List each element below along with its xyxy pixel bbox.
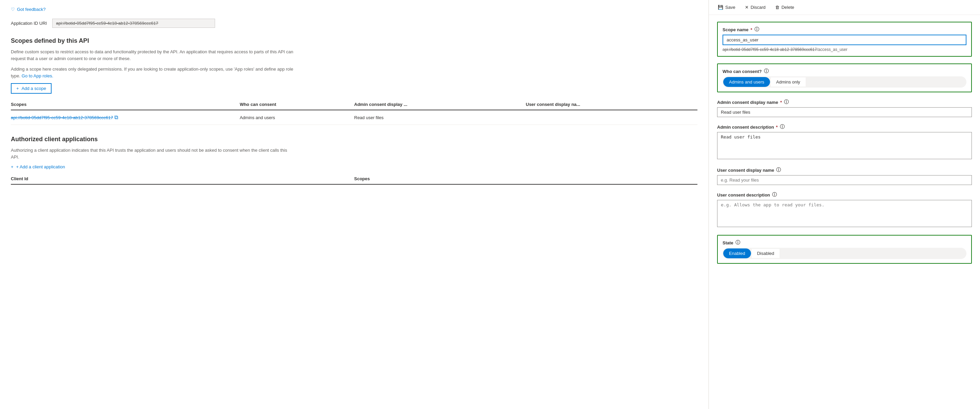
scope-value: api://botid-05dd7f95-cc59-4c18-ab12-3785… bbox=[11, 115, 113, 120]
discard-button[interactable]: ✕ Discard bbox=[743, 3, 768, 11]
admin-desc-info-icon[interactable]: ⓘ bbox=[780, 124, 784, 130]
scope-cell: api://botid-05dd7f95-cc59-4c18-ab12-3785… bbox=[11, 114, 240, 120]
client-table-header: Client Id Scopes bbox=[11, 176, 697, 185]
scopes-desc2: Adding a scope here creates only delegat… bbox=[11, 66, 296, 79]
add-scope-button[interactable]: + Add a scope bbox=[11, 83, 52, 94]
state-label: State ⓘ bbox=[722, 240, 966, 246]
col-who-consent: Who can consent bbox=[240, 102, 354, 107]
delete-icon: 🗑 bbox=[775, 5, 780, 10]
authorized-section: Authorized client applications Authorizi… bbox=[11, 136, 697, 185]
scopes-section-title: Scopes defined by this API bbox=[11, 37, 697, 45]
table-row: api://botid-05dd7f95-cc59-4c18-ab12-3785… bbox=[11, 110, 697, 125]
scopes-desc1: Define custom scopes to restrict access … bbox=[11, 48, 296, 62]
state-toggle: Enabled Disabled bbox=[722, 248, 966, 259]
admin-consent-display-group: Admin consent display name * ⓘ bbox=[717, 99, 972, 117]
app-id-value: api://botid-05dd7f95-cc59-4c18-ab12-3785… bbox=[52, 19, 215, 28]
app-id-text: api://botid-05dd7f95-cc59-4c18-ab12-3785… bbox=[56, 21, 158, 26]
user-consent-desc-group: User consent description ⓘ bbox=[717, 192, 972, 228]
right-toolbar: 💾 Save ✕ Discard 🗑 Delete bbox=[709, 0, 980, 15]
user-display-info-icon[interactable]: ⓘ bbox=[776, 167, 781, 173]
feedback-label: Got feedback? bbox=[17, 7, 46, 12]
scope-link[interactable]: api://botid-05dd7f95-cc59-4c18-ab12-3785… bbox=[11, 115, 113, 120]
user-desc-info-icon[interactable]: ⓘ bbox=[772, 192, 777, 198]
col-admin-display: Admin consent display ... bbox=[354, 102, 526, 107]
admin-consent-desc-textarea[interactable]: Read user files bbox=[717, 132, 972, 159]
auth-section-title: Authorized client applications bbox=[11, 136, 697, 143]
scope-name-info-icon[interactable]: ⓘ bbox=[754, 27, 759, 33]
who-consent-cell: Admins and users bbox=[240, 115, 354, 120]
save-icon: 💾 bbox=[718, 5, 723, 10]
app-roles-link[interactable]: Go to App roles. bbox=[22, 73, 53, 78]
scopes-table-header: Scopes Who can consent Admin consent dis… bbox=[11, 102, 697, 110]
who-can-consent-group: Who can consent? ⓘ Admins and users Admi… bbox=[717, 64, 972, 92]
admin-display-info-icon[interactable]: ⓘ bbox=[784, 99, 789, 105]
col-client-scopes: Scopes bbox=[354, 176, 697, 181]
user-consent-desc-label: User consent description ⓘ bbox=[717, 192, 972, 198]
add-client-button[interactable]: + + Add a client application bbox=[11, 164, 697, 169]
feedback-link[interactable]: ♡ Got feedback? bbox=[11, 7, 697, 12]
add-client-label: + Add a client application bbox=[16, 164, 65, 169]
save-button[interactable]: 💾 Save bbox=[716, 3, 737, 11]
user-consent-display-input[interactable] bbox=[717, 175, 972, 185]
auth-desc: Authorizing a client application indicat… bbox=[11, 147, 296, 160]
copy-icon[interactable]: ⧉ bbox=[114, 114, 118, 120]
discard-icon: ✕ bbox=[745, 5, 749, 10]
left-panel: ♡ Got feedback? Application ID URI api:/… bbox=[0, 0, 709, 409]
delete-label: Delete bbox=[781, 5, 794, 10]
admin-consent-display-label: Admin consent display name * ⓘ bbox=[717, 99, 972, 105]
required-star-1: * bbox=[751, 27, 752, 32]
col-scopes: Scopes bbox=[11, 102, 240, 107]
app-id-label: Application ID URI bbox=[11, 21, 47, 26]
who-can-consent-label: Who can consent? ⓘ bbox=[722, 68, 966, 74]
admins-only-btn[interactable]: Admins only bbox=[771, 77, 806, 86]
admin-display-cell: Read user files bbox=[354, 115, 526, 120]
heart-icon: ♡ bbox=[11, 7, 15, 12]
plus-icon-2: + bbox=[11, 164, 14, 169]
admin-consent-display-input[interactable] bbox=[717, 107, 972, 117]
user-consent-desc-textarea[interactable] bbox=[717, 200, 972, 227]
state-info-icon[interactable]: ⓘ bbox=[735, 240, 740, 246]
required-star-3: * bbox=[776, 125, 778, 129]
scope-sub-uri: api://botid-05dd7f95-cc59-4c18-ab12-3785… bbox=[722, 47, 817, 52]
user-consent-display-label: User consent display name ⓘ bbox=[717, 167, 972, 173]
scope-name-input[interactable] bbox=[722, 35, 966, 45]
who-consent-toggle: Admins and users Admins only bbox=[722, 77, 966, 88]
scope-sub-uri-after: /access_as_user bbox=[817, 47, 847, 52]
col-client-id: Client Id bbox=[11, 176, 354, 181]
save-label: Save bbox=[725, 5, 735, 10]
col-user-display: User consent display na... bbox=[526, 102, 697, 107]
state-group: State ⓘ Enabled Disabled bbox=[717, 235, 972, 264]
delete-button[interactable]: 🗑 Delete bbox=[773, 3, 797, 11]
right-content: Scope name * ⓘ api://botid-05dd7f95-cc59… bbox=[709, 15, 980, 409]
discard-label: Discard bbox=[751, 5, 765, 10]
admin-consent-desc-group: Admin consent description * ⓘ Read user … bbox=[717, 124, 972, 160]
enabled-btn[interactable]: Enabled bbox=[723, 248, 751, 258]
right-panel: 💾 Save ✕ Discard 🗑 Delete Scope name * ⓘ… bbox=[709, 0, 980, 409]
admins-and-users-btn[interactable]: Admins and users bbox=[723, 77, 770, 87]
disabled-btn[interactable]: Disabled bbox=[752, 249, 780, 258]
who-consent-info-icon[interactable]: ⓘ bbox=[764, 68, 768, 74]
scope-name-group: Scope name * ⓘ api://botid-05dd7f95-cc59… bbox=[717, 22, 972, 57]
user-consent-display-group: User consent display name ⓘ bbox=[717, 167, 972, 185]
scope-name-label: Scope name * ⓘ bbox=[722, 27, 966, 33]
app-id-row: Application ID URI api://botid-05dd7f95-… bbox=[11, 19, 697, 28]
required-star-2: * bbox=[780, 100, 782, 105]
admin-consent-desc-label: Admin consent description * ⓘ bbox=[717, 124, 972, 130]
add-scope-label: Add a scope bbox=[22, 86, 46, 91]
plus-icon: + bbox=[16, 86, 19, 91]
